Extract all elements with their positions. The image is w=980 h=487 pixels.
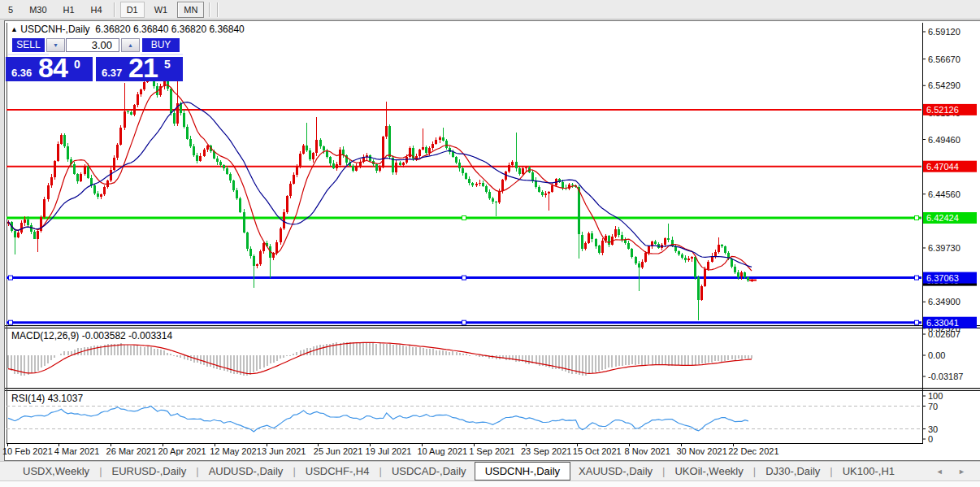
macd-bar <box>233 355 235 374</box>
macd-bar <box>359 342 361 355</box>
candle <box>369 155 371 161</box>
date-tick-label: 4 Mar 2021 <box>54 446 100 456</box>
tab-separator: | <box>828 465 834 477</box>
bid-price-prefix: 6.36 <box>11 67 32 79</box>
date-tick-label: 8 Nov 2021 <box>625 446 670 456</box>
chart-title: ▲ USDCNH-,Daily 6.36820 6.36840 6.36820 … <box>11 24 245 35</box>
candle <box>219 162 222 165</box>
candle <box>352 166 354 171</box>
volume-increase-button[interactable]: ▲ <box>121 38 140 52</box>
timeframe-button-h4[interactable]: H4 <box>85 2 109 18</box>
macd-bar <box>449 352 450 355</box>
candle <box>508 165 510 172</box>
macd-bar <box>509 355 510 360</box>
chart-tab-usdx-weekly[interactable]: USDX,Weekly <box>15 463 98 480</box>
macd-bar <box>259 355 261 369</box>
macd-bar <box>332 343 334 355</box>
macd-bar <box>293 354 294 355</box>
candle <box>379 167 381 171</box>
candle <box>93 185 96 193</box>
candle <box>744 272 746 277</box>
macd-indicator-label: MACD(12,26,9) -0.003582 -0.003314 <box>11 330 172 341</box>
macd-bar <box>652 355 653 365</box>
macd-bar <box>375 344 377 355</box>
macd-bar <box>462 354 464 355</box>
candle <box>687 259 690 260</box>
candle <box>203 150 206 156</box>
macd-bar <box>329 344 331 355</box>
bid-price-box[interactable]: 6.36 84 0 <box>6 57 93 81</box>
candle <box>315 140 318 153</box>
candle <box>57 144 59 162</box>
macd-bar <box>608 355 609 367</box>
date-tick-label: 12 May 2021 <box>210 446 262 456</box>
macd-bar <box>276 355 278 361</box>
chart-tab-uk100-h1[interactable]: UK100-,H1 <box>835 463 903 480</box>
buy-button[interactable]: BUY <box>142 38 180 52</box>
ask-price-box[interactable]: 6.37 21 5 <box>96 57 183 81</box>
candle <box>724 246 726 253</box>
macd-bar <box>714 355 716 361</box>
timeframe-button-m30[interactable]: M30 <box>23 2 53 18</box>
candle <box>664 238 666 245</box>
macd-axis-labels: 0.026070.00-0.03187 <box>922 329 963 381</box>
macd-bar <box>419 347 421 355</box>
candle <box>740 272 743 276</box>
candle <box>382 137 384 167</box>
macd-bar <box>751 355 752 359</box>
ma-fast-line[interactable] <box>8 85 752 271</box>
macd-bar <box>154 349 155 355</box>
ask-price-big-digits: 21 <box>128 52 158 84</box>
collapse-triangle-icon[interactable]: ▲ <box>11 25 18 33</box>
candle <box>116 145 119 157</box>
tab-scroll-arrows[interactable]: ◄ ► <box>936 467 972 476</box>
chart-tab-usdcnh-daily[interactable]: USDCNH-,Daily <box>475 462 570 480</box>
chart-tab-xauusd-daily[interactable]: XAUUSD-,Daily <box>570 463 661 480</box>
candle <box>718 245 720 252</box>
rsi-levels <box>7 407 921 429</box>
candle <box>714 252 717 256</box>
timeframe-button-mn[interactable]: MN <box>177 2 204 18</box>
candle <box>293 175 295 184</box>
macd-bar <box>57 355 59 356</box>
line-handle <box>9 276 13 280</box>
ma-slow-line[interactable] <box>8 102 752 267</box>
chart-tab-ukoil-weekly[interactable]: UKOil-,Weekly <box>666 463 751 480</box>
candle <box>475 184 478 185</box>
chart-tab-usdchf-h4[interactable]: USDCHF-,H4 <box>297 463 378 480</box>
macd-bar <box>349 342 351 355</box>
macd-bar <box>641 355 643 365</box>
toolbar-separator <box>114 2 115 17</box>
candle <box>584 243 587 249</box>
timeframe-toolbar: 5M30H1H4D1W1MN <box>0 0 980 20</box>
candle <box>50 177 53 186</box>
timeframe-button-5[interactable]: 5 <box>2 2 20 18</box>
candle <box>445 141 448 148</box>
macd-histogram <box>7 342 752 376</box>
volume-input[interactable] <box>66 38 119 52</box>
line-selection-handles[interactable] <box>9 216 919 325</box>
volume-decrease-button[interactable]: ▼ <box>46 38 65 52</box>
timeframe-button-h1[interactable]: H1 <box>57 2 81 18</box>
candle <box>302 146 305 154</box>
line-handle <box>462 276 466 280</box>
candle <box>309 150 311 160</box>
price-tick-label: 6.44560 <box>928 189 960 199</box>
chart-tab-eurusd-daily[interactable]: EURUSD-,Daily <box>104 463 195 480</box>
date-tick-label: 10 Aug 2021 <box>417 446 467 456</box>
candle <box>479 183 481 185</box>
macd-bar <box>518 355 520 362</box>
macd-bar <box>389 344 391 355</box>
chart-tab-usdcad-daily[interactable]: USDCAD-,Daily <box>384 463 475 480</box>
timeframe-button-w1[interactable]: W1 <box>148 2 175 18</box>
chart-tab-dj30-daily[interactable]: DJ30-,Daily <box>757 463 828 480</box>
date-tick-label: 1 Sep 2021 <box>469 446 514 456</box>
macd-bar <box>432 349 434 355</box>
candle <box>47 185 50 198</box>
chart-tab-audusd-daily[interactable]: AUDUSD-,Daily <box>201 463 292 480</box>
macd-bar <box>263 355 265 367</box>
sell-button[interactable]: SELL <box>12 38 45 52</box>
macd-bar <box>173 355 175 356</box>
candle <box>700 286 703 300</box>
timeframe-button-d1[interactable]: D1 <box>120 2 145 18</box>
